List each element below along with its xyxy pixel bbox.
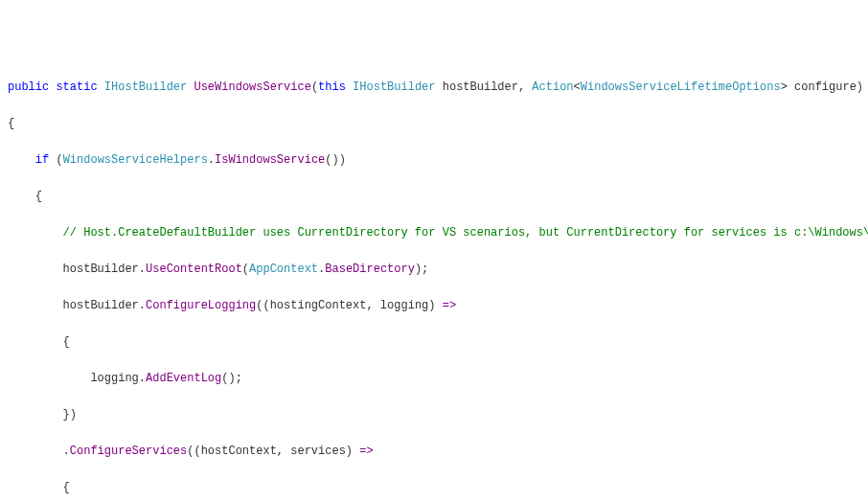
code-line: if (WindowsServiceHelpers.IsWindowsServi… <box>8 151 860 170</box>
code-line: { <box>8 479 860 497</box>
code-line: }) <box>8 406 860 424</box>
code-line: { <box>8 115 860 133</box>
code-line: { <box>8 188 860 206</box>
code-line: public static IHostBuilder UseWindowsSer… <box>8 79 860 97</box>
code-line: logging.AddEventLog(); <box>8 370 860 388</box>
code-line: .ConfigureServices((hostContext, service… <box>8 443 860 461</box>
code-comment: // Host.CreateDefaultBuilder uses Curren… <box>8 224 860 242</box>
code-line: hostBuilder.ConfigureLogging((hostingCon… <box>8 297 860 315</box>
code-line: { <box>8 333 860 352</box>
code-line: hostBuilder.UseContentRoot(AppContext.Ba… <box>8 261 860 279</box>
